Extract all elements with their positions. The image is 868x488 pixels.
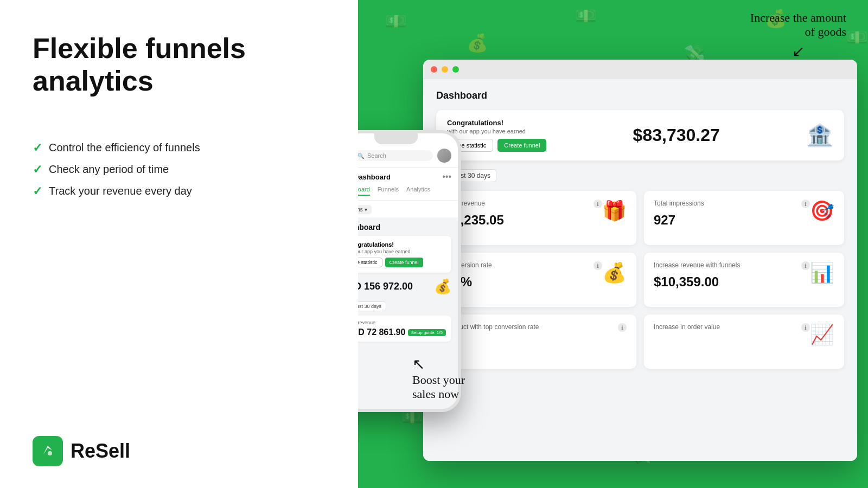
phone-stat-value: USD 72 861.90 bbox=[358, 328, 405, 337]
window-titlebar bbox=[423, 60, 857, 79]
tab-analytics[interactable]: Analytics bbox=[406, 186, 430, 196]
brand-name: ReSell bbox=[71, 440, 130, 463]
check-icon-2: ✓ bbox=[33, 163, 42, 177]
svg-point-0 bbox=[48, 451, 52, 455]
feature-item-3: ✓ Track your revenue every day bbox=[33, 184, 326, 198]
right-panel: 💵 💰 💵 💸 💰 💵 💵 💰 💸 💵 💰 Increase the amoun… bbox=[358, 0, 868, 488]
congrats-amount: $83,730.27 bbox=[633, 125, 720, 145]
info-icon-top-conv[interactable]: ℹ bbox=[618, 323, 627, 332]
stat-value-impressions: 927 bbox=[654, 213, 810, 228]
feature-list: ✓ Control the efficiency of funnels ✓ Ch… bbox=[33, 141, 326, 198]
tab-dashboard[interactable]: Dashboard bbox=[358, 186, 370, 196]
phone-stat-row: Total revenue USD 72 861.90 Setup guide:… bbox=[358, 316, 451, 342]
phone-stat-label: Total revenue bbox=[358, 320, 446, 325]
dot-yellow bbox=[442, 66, 448, 73]
chart-icon: 📊 bbox=[810, 261, 834, 284]
user-avatar[interactable] bbox=[437, 149, 451, 163]
dot-green bbox=[452, 66, 459, 73]
info-icon-revenue[interactable]: ℹ bbox=[593, 200, 602, 208]
phone-search-bar[interactable]: 🔍 Search bbox=[358, 150, 433, 161]
annotation-boost: ↖ Boost your sales now bbox=[412, 355, 465, 401]
stat-card-total-revenue: Total revenue ℹ 13,235.05 🎁 bbox=[436, 191, 636, 245]
dashboard-title: Dashboard bbox=[436, 90, 844, 101]
brand: ReSell bbox=[33, 436, 326, 466]
stats-grid: Total revenue ℹ 13,235.05 🎁 Total impres… bbox=[436, 191, 844, 369]
info-icon-increase-rev[interactable]: ℹ bbox=[801, 261, 810, 270]
stat-card-order-value: Increase in order value ℹ 📈 bbox=[644, 314, 844, 369]
phone-see-statistic-button[interactable]: See statistic bbox=[358, 258, 382, 267]
order-icon: 📈 bbox=[810, 323, 834, 346]
phone-nav: ↑ Dashboard ••• bbox=[358, 168, 458, 184]
info-icon-impressions[interactable]: ℹ bbox=[801, 200, 810, 208]
stat-label-impressions: Total impressions bbox=[654, 200, 704, 207]
check-icon-3: ✓ bbox=[33, 184, 42, 198]
info-icon-order-val[interactable]: ℹ bbox=[801, 323, 810, 332]
congrats-title: Congratulations! bbox=[447, 119, 546, 127]
conversion-icon: 💰 bbox=[602, 261, 627, 284]
phone-notch bbox=[374, 133, 418, 144]
actions-button[interactable]: Actions ▾ bbox=[358, 205, 372, 214]
phone-date-filter[interactable]: 📅 Last 30 days bbox=[358, 301, 386, 311]
stat-value-conversion: 62% bbox=[446, 274, 602, 290]
stat-card-increase-revenue: Increase revenue with funnels ℹ $10,359.… bbox=[644, 253, 844, 307]
phone-amount: USD 156 972.00 bbox=[358, 281, 413, 292]
search-icon: 🔍 bbox=[358, 153, 364, 159]
stat-card-impressions: Total impressions ℹ 927 🎯 bbox=[644, 191, 844, 245]
feature-item-2: ✓ Check any period of time bbox=[33, 163, 326, 177]
phone-content: Dashboard Congratulations! with our app … bbox=[358, 217, 458, 347]
arrow-down-icon: ↙ bbox=[750, 42, 846, 60]
phone-amount-row: USD 156 972.00 💰 bbox=[358, 278, 451, 295]
impressions-icon: 🎯 bbox=[810, 200, 834, 222]
phone-money-icon: 💰 bbox=[434, 278, 451, 295]
check-icon-1: ✓ bbox=[33, 141, 42, 155]
arrow-left-icon: ↖ bbox=[412, 355, 465, 373]
setup-guide-badge: Setup guide: 1/5 bbox=[408, 329, 446, 336]
revenue-icon: 🎁 bbox=[602, 200, 627, 222]
create-funnel-button[interactable]: Create funnel bbox=[497, 139, 546, 152]
brand-logo bbox=[33, 436, 63, 466]
phone-congrats-title: Congratulations! bbox=[358, 241, 446, 248]
annotation-increase: Increase the amount of goods ↙ bbox=[750, 11, 846, 60]
phone-create-funnel-button[interactable]: Create funnel bbox=[385, 258, 423, 267]
congrats-banner: Congratulations! with our app you have e… bbox=[436, 110, 844, 160]
info-icon-conversion[interactable]: ℹ bbox=[593, 261, 602, 270]
desktop-window: Dashboard Congratulations! with our app … bbox=[423, 60, 857, 461]
stat-label-increase-rev: Increase revenue with funnels bbox=[654, 261, 740, 269]
dot-red bbox=[431, 66, 437, 73]
more-options-icon[interactable]: ••• bbox=[442, 172, 451, 182]
phone-section-title: Dashboard bbox=[358, 223, 451, 232]
phone-congrats-box: Congratulations! with our app you have e… bbox=[358, 236, 451, 273]
chevron-icon: ▾ bbox=[365, 207, 367, 213]
phone-congrats-sub: with our app you have earned bbox=[358, 249, 446, 254]
feature-item-1: ✓ Control the efficiency of funnels bbox=[33, 141, 326, 155]
stat-label-order-val: Increase in order value bbox=[654, 323, 720, 331]
tab-funnels[interactable]: Funnels bbox=[378, 186, 399, 196]
phone-tabs: Dashboard Funnels Analytics bbox=[358, 184, 458, 201]
congrats-subtitle: with our app you have earned bbox=[447, 128, 546, 134]
stat-value-revenue: 13,235.05 bbox=[446, 213, 602, 228]
stat-card-conversion: Conversion rate ℹ 62% 💰 bbox=[436, 253, 636, 307]
main-title: Flexible funnels analytics bbox=[33, 33, 326, 98]
stat-value-increase-rev: $10,359.00 bbox=[654, 274, 810, 290]
search-placeholder: Search bbox=[367, 152, 386, 159]
left-panel: Flexible funnels analytics ✓ Control the… bbox=[0, 0, 358, 488]
money-stack-icon: 🏦 bbox=[806, 123, 833, 148]
phone-actions-bar: Actions ▾ bbox=[358, 201, 458, 217]
stat-card-top-conversion: Product with top conversion rate ℹ bbox=[436, 314, 636, 369]
